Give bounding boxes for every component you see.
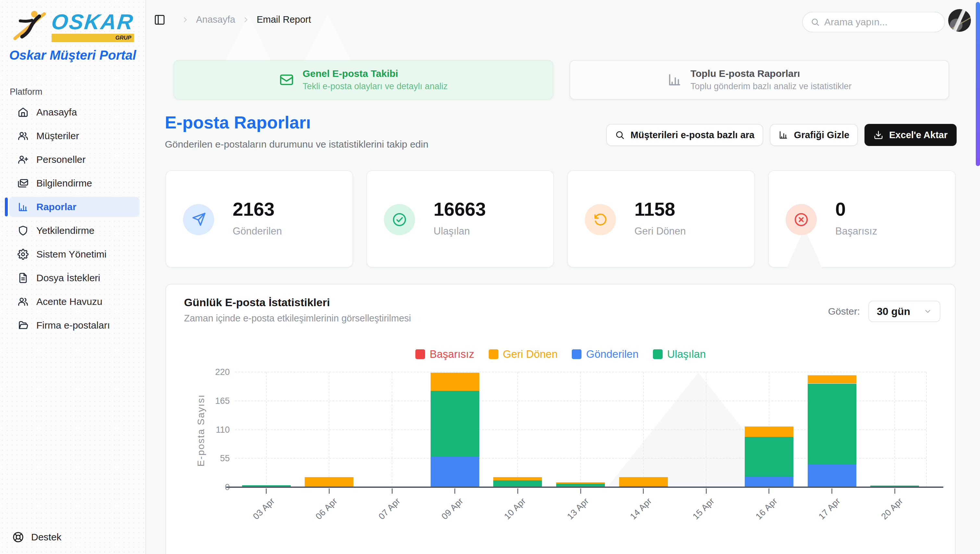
bar-segment[interactable] bbox=[430, 457, 479, 487]
sidebar-item-label: Müşteriler bbox=[36, 131, 79, 142]
daily-email-stats-card: Günlük E-posta İstatistikleri Zaman için… bbox=[166, 284, 956, 554]
x-tick-label: 09 Apr bbox=[419, 496, 465, 542]
bar-segment[interactable] bbox=[745, 427, 794, 437]
bar-segment[interactable] bbox=[745, 437, 794, 477]
sidebar-item-m-teriler[interactable]: Müşteriler bbox=[9, 126, 140, 146]
bar-segment[interactable] bbox=[808, 464, 856, 487]
sidebar-menu: AnasayfaMüşterilerPersonellerBilgilendir… bbox=[9, 102, 140, 339]
chart-plot: 055110165220E-posta Sayısı03 Apr06 Apr07… bbox=[166, 285, 955, 554]
bar-chart-icon bbox=[779, 130, 788, 140]
stat-label: Başarısız bbox=[835, 225, 877, 237]
y-tick-label: 0 bbox=[204, 482, 230, 492]
gridline-vertical bbox=[706, 372, 706, 487]
chevron-right-icon bbox=[242, 16, 250, 24]
x-tick bbox=[266, 489, 267, 494]
global-search[interactable] bbox=[802, 12, 945, 32]
life-buoy-icon bbox=[12, 531, 24, 543]
x-tick-label: 06 Apr bbox=[293, 496, 339, 542]
file-text-icon bbox=[18, 272, 29, 283]
x-tick bbox=[454, 489, 455, 494]
logo-text: OSKAR bbox=[51, 11, 135, 32]
bar-segment[interactable] bbox=[745, 477, 794, 487]
bar-segment[interactable] bbox=[305, 477, 354, 487]
stat-icon-circle bbox=[585, 204, 616, 235]
sidebar-item-firma-e-postalar-[interactable]: Firma e-postaları bbox=[9, 315, 140, 335]
chevron-right-icon bbox=[181, 16, 190, 24]
sidebar-item-label: Personeller bbox=[36, 154, 86, 165]
sidebar-item-label: Anasayfa bbox=[36, 107, 77, 118]
portal-title: Oskar Müşteri Portal bbox=[0, 48, 145, 63]
x-tick bbox=[643, 489, 644, 494]
sidebar-item-bilgilendirme[interactable]: Bilgilendirme bbox=[9, 173, 140, 193]
global-search-input[interactable] bbox=[824, 16, 937, 27]
users-icon bbox=[18, 131, 29, 142]
gridline-vertical bbox=[517, 372, 518, 487]
download-icon bbox=[873, 130, 883, 140]
sidebar-section-label: Platform bbox=[10, 87, 43, 97]
mails-icon bbox=[18, 178, 29, 189]
page-title: E-posta Raporları bbox=[165, 112, 311, 132]
sidebar-item-anasayfa[interactable]: Anasayfa bbox=[9, 102, 140, 122]
sidebar-item-yetkilendirme[interactable]: Yetkilendirme bbox=[9, 221, 140, 241]
stat-icon-circle bbox=[786, 204, 817, 235]
bar-segment[interactable] bbox=[430, 373, 479, 391]
sidebar-item-dosya-i-stekleri[interactable]: Dosya İstekleri bbox=[9, 268, 140, 288]
tab-title: Genel E-posta Takibi bbox=[303, 68, 448, 79]
gridline-vertical bbox=[266, 372, 267, 487]
support-label: Destek bbox=[31, 532, 61, 543]
sidebar-item-label: Firma e-postaları bbox=[36, 320, 110, 331]
sidebar-item-label: Acente Havuzu bbox=[36, 296, 102, 307]
sidebar-item-sistem-y-netimi[interactable]: Sistem Yönetimi bbox=[9, 244, 140, 264]
sidebar-toggle-button[interactable] bbox=[153, 13, 167, 27]
logo: OSKAR GRUP bbox=[0, 0, 145, 43]
bar-segment[interactable] bbox=[430, 391, 479, 457]
bar-segment[interactable] bbox=[556, 482, 605, 483]
tab-toplu-eposta-raporlari[interactable]: Toplu E-posta Raporları Toplu gönderim b… bbox=[569, 60, 949, 100]
breadcrumb-anasayfa[interactable]: Anasayfa bbox=[196, 14, 235, 25]
bar-segment[interactable] bbox=[493, 480, 542, 487]
button-label: Excel'e Aktar bbox=[889, 130, 948, 140]
customer-email-search-button[interactable]: Müşterileri e-posta bazlı ara bbox=[606, 124, 763, 146]
stat-value: 1158 bbox=[634, 199, 675, 220]
sidebar-item-destek[interactable]: Destek bbox=[12, 531, 61, 543]
sidebar-item-label: Yetkilendirme bbox=[36, 225, 94, 236]
x-circle-icon bbox=[794, 212, 809, 227]
hide-chart-button[interactable]: Grafiği Gizle bbox=[770, 124, 858, 146]
sidebar-item-label: Dosya İstekleri bbox=[36, 272, 100, 283]
stat-value: 0 bbox=[835, 199, 846, 220]
shield-icon bbox=[18, 225, 29, 236]
stat-label: Gönderilen bbox=[233, 225, 282, 237]
gridline-vertical bbox=[894, 372, 895, 487]
x-tick bbox=[580, 489, 581, 494]
sidebar-item-label: Raporlar bbox=[36, 201, 76, 212]
bar-segment[interactable] bbox=[808, 375, 856, 384]
app-root: OSKAR GRUP Oskar Müşteri Portal Platform… bbox=[0, 0, 980, 554]
sidebar-item-raporlar[interactable]: Raporlar bbox=[9, 197, 140, 217]
tab-subtitle: Toplu gönderim bazlı analiz ve istatisti… bbox=[690, 81, 852, 91]
x-tick-label: 20 Apr bbox=[859, 496, 905, 542]
scrollbar-thumb[interactable] bbox=[976, 2, 980, 166]
x-axis-line bbox=[226, 487, 943, 488]
gear-icon bbox=[18, 249, 29, 260]
stat-icon-circle bbox=[183, 204, 214, 235]
tab-subtitle: Tekli e-posta olayları ve detaylı analiz bbox=[303, 81, 448, 91]
breadcrumb-current: Email Report bbox=[257, 14, 311, 25]
x-tick-label: 07 Apr bbox=[356, 496, 402, 542]
sidebar-item-acente-havuzu[interactable]: Acente Havuzu bbox=[9, 291, 140, 312]
check-circle-icon bbox=[392, 212, 407, 227]
bar-chart-icon bbox=[18, 201, 29, 212]
stat-label: Ulaşılan bbox=[433, 225, 470, 237]
rotate-ccw-icon bbox=[593, 212, 608, 227]
send-icon bbox=[191, 212, 206, 227]
sidebar-item-personeller[interactable]: Personeller bbox=[9, 150, 140, 170]
bar-segment[interactable] bbox=[808, 384, 856, 465]
bar-segment[interactable] bbox=[619, 477, 668, 486]
tab-text: Genel E-posta Takibi Tekli e-posta olayl… bbox=[303, 68, 448, 91]
export-excel-button[interactable]: Excel'e Aktar bbox=[864, 124, 957, 146]
logo-grup-label: GRUP bbox=[116, 35, 134, 41]
user-avatar[interactable] bbox=[948, 9, 971, 32]
main-content: Anasayfa Email Report Genel E-posta Taki… bbox=[146, 0, 980, 554]
bar-segment[interactable] bbox=[493, 477, 542, 480]
tab-genel-eposta-takibi[interactable]: Genel E-posta Takibi Tekli e-posta olayl… bbox=[174, 60, 553, 100]
stat-card-geri-d-nen: 1158Geri Dönen bbox=[567, 170, 755, 267]
